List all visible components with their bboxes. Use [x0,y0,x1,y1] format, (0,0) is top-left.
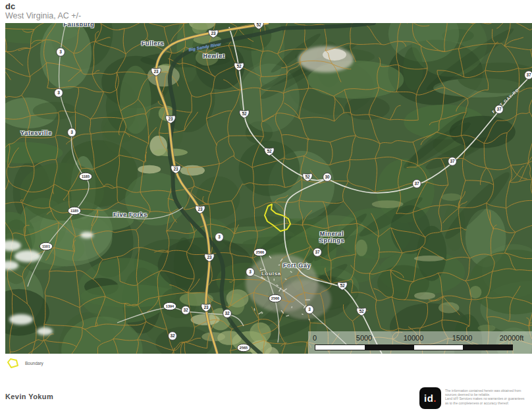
scalebar-bar [315,344,513,350]
author-name: Kevin Yokum [5,393,53,400]
scalebar-label: 0 [313,334,317,342]
landid-logo: id. [419,387,441,409]
scalebar-segment [365,345,414,350]
page-subtitle: West Virginia, AC +/- [5,11,81,20]
legend-label: Boundary [25,361,43,366]
page-title: dc [5,1,15,11]
scalebar-label: 10000 [404,334,424,342]
satellite-terrain [5,23,532,354]
scalebar-segment [414,345,464,350]
scalebar-segment [463,345,512,350]
scalebar-label: 5000 [356,334,372,342]
disclaimer-line: as to the completeness or accuracy there… [445,401,532,405]
disclaimer-text: The information contained herein was obt… [445,387,532,405]
map-canvas[interactable]: FallsburgFullersHewletYatesvilleFive For… [5,23,532,354]
scalebar-segment [315,345,365,350]
logo-text: id [424,393,433,404]
brand-footer: id. The information contained herein was… [419,387,532,409]
scalebar-label: 15000 [452,334,473,342]
map-legend: Boundary [7,358,43,369]
logo-dot: . [433,393,437,404]
scalebar-label: 20000ft [500,334,524,342]
report-page: dc West Virginia, AC +/- FallsburgFuller… [0,0,532,411]
boundary-legend-icon [7,358,19,369]
disclaimer-line: Land id® Services makes no warranties or… [445,397,532,400]
map-scalebar: 0 5000 10000 15000 20000ft [308,331,532,354]
